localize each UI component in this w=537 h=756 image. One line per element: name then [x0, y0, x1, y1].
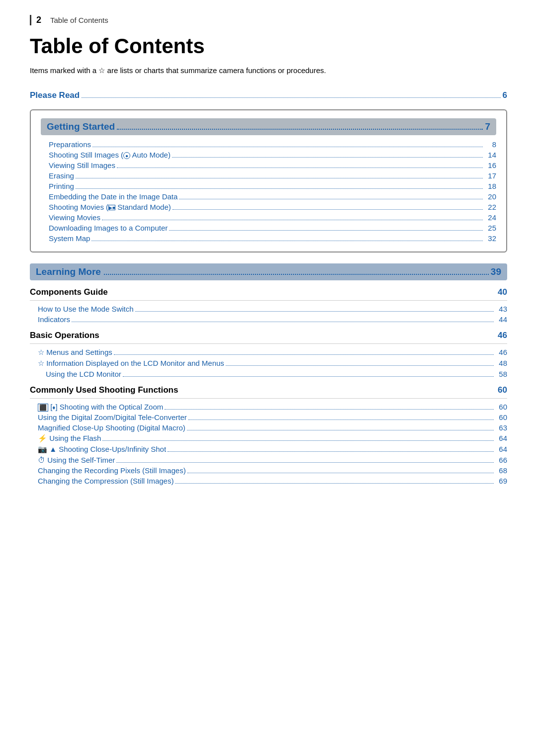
learning-more-label: Learning More: [36, 266, 101, 277]
toc-entry-lcd-info: ☆ Information Displayed on the LCD Monit…: [30, 359, 507, 368]
getting-started-page: 7: [485, 121, 490, 132]
toc-entry-shooting-movies: Shooting Movies (▶■ Standard Mode) 22: [41, 203, 496, 211]
page-container: 2 Table of Contents Table of Contents It…: [0, 0, 537, 507]
basic-operations-header: Basic Operations 46: [30, 331, 507, 340]
commonly-used-page: 60: [498, 385, 507, 395]
toc-entry-macro: Magnified Close-Up Shooting (Digital Mac…: [30, 423, 507, 432]
toc-entry-optical-zoom: ⬛ [♦] Shooting with the Optical Zoom 60: [30, 403, 507, 411]
components-guide-label: Components Guide: [30, 287, 108, 297]
learning-more-page: 39: [491, 266, 501, 277]
toc-subtitle: Items marked with a ☆ are lists or chart…: [30, 65, 507, 77]
toc-entry-system-map: System Map 32: [41, 234, 496, 243]
toc-entry-indicators: Indicators 44: [30, 315, 507, 324]
toc-entry-downloading: Downloading Images to a Computer 25: [41, 224, 496, 232]
toc-entry-recording-pixels: Changing the Recording Pixels (Still Ima…: [30, 466, 507, 475]
toc-entry-shooting-still: Shooting Still Images (● Auto Mode) 14: [41, 151, 496, 159]
toc-entry-lcd-monitor: Using the LCD Monitor 58: [30, 370, 507, 378]
basic-operations-page: 46: [498, 331, 507, 340]
commonly-used-entries: ⬛ [♦] Shooting with the Optical Zoom 60 …: [30, 403, 507, 485]
toc-title: Table of Contents: [30, 34, 507, 58]
components-guide-entries: How to Use the Mode Switch 43 Indicators…: [30, 305, 507, 324]
learning-more-section-header: Learning More 39: [30, 263, 507, 280]
toc-entry-erasing: Erasing 17: [41, 171, 496, 180]
basic-ops-divider: [30, 343, 507, 344]
toc-entry-printing: Printing 18: [41, 182, 496, 190]
toc-entry-mode-switch: How to Use the Mode Switch 43: [30, 305, 507, 313]
basic-operations-entries: ☆ Menus and Settings 46 ☆ Information Di…: [30, 348, 507, 378]
please-read-row: Please Read 6: [30, 90, 507, 100]
commonly-used-label: Commonly Used Shooting Functions: [30, 385, 178, 395]
please-read-label: Please Read: [30, 90, 80, 100]
toc-entry-flash: ⚡ Using the Flash 64: [30, 434, 507, 443]
toc-entry-self-timer: ⏱ Using the Self-Timer 66: [30, 456, 507, 464]
basic-operations-label: Basic Operations: [30, 331, 99, 340]
page-number: 2: [36, 15, 41, 25]
please-read-dots: [82, 97, 500, 98]
toc-entry-viewing-movies: Viewing Movies 24: [41, 213, 496, 222]
getting-started-header: Getting Started 7: [41, 118, 496, 135]
toc-entry-viewing-still: Viewing Still Images 16: [41, 161, 496, 169]
commonly-used-header: Commonly Used Shooting Functions 60: [30, 385, 507, 395]
getting-started-entries: Preparations 8 Shooting Still Images (● …: [41, 140, 496, 243]
toc-entry-embedding-date: Embedding the Date in the Image Data 20: [41, 192, 496, 201]
getting-started-section: Getting Started 7 Preparations 8 Shootin…: [30, 109, 507, 252]
toc-entry-closeups-infinity: 📷 ▲ Shooting Close-Ups/Infinity Shot 64: [30, 445, 507, 454]
getting-started-label: Getting Started: [47, 121, 115, 132]
commonly-used-divider: [30, 398, 507, 399]
components-divider: [30, 300, 507, 301]
learning-more-dots: [104, 274, 489, 275]
toc-entry-digital-zoom: Using the Digital Zoom/Digital Tele-Conv…: [30, 413, 507, 421]
toc-entry-compression: Changing the Compression (Still Images) …: [30, 477, 507, 485]
components-guide-page: 40: [498, 287, 507, 297]
toc-entry-menus-settings: ☆ Menus and Settings 46: [30, 348, 507, 357]
toc-entry-preparations: Preparations 8: [41, 140, 496, 149]
page-header-label: Table of Contents: [50, 16, 108, 24]
please-read-page: 6: [503, 90, 507, 100]
getting-started-dots: [117, 129, 483, 130]
page-header: 2 Table of Contents: [30, 15, 507, 25]
components-guide-header: Components Guide 40: [30, 287, 507, 297]
